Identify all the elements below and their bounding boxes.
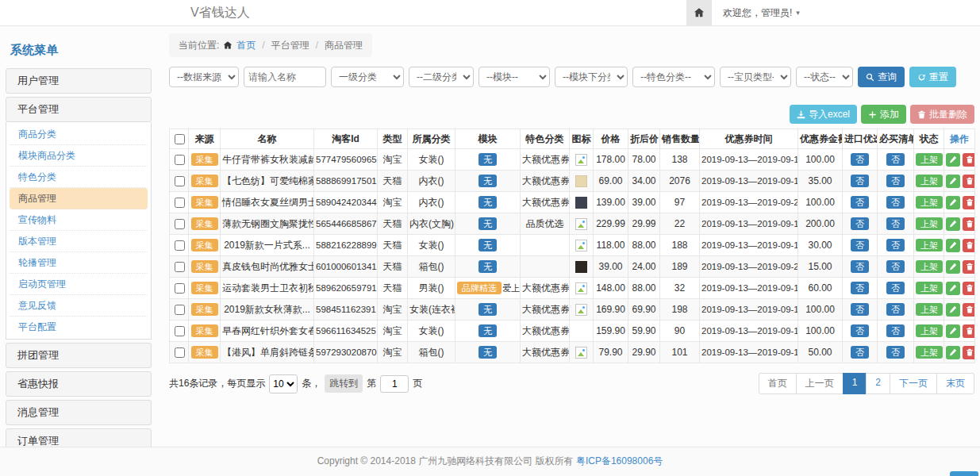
must-buy-toggle[interactable]: 否	[886, 239, 905, 252]
sidebar-item[interactable]: 宣传物料	[10, 209, 148, 231]
sidebar-item[interactable]: 意见反馈	[10, 295, 148, 317]
reset-button[interactable]: 重置	[909, 67, 956, 87]
home-button[interactable]	[686, 0, 712, 25]
sidebar-item[interactable]: 平台配置	[10, 317, 148, 337]
edit-button[interactable]	[946, 175, 960, 188]
row-checkbox[interactable]	[175, 283, 185, 294]
level2-category-select[interactable]: --二级分类--	[409, 67, 474, 87]
add-button[interactable]: 添加	[861, 105, 906, 124]
search-button[interactable]: 查询	[858, 67, 905, 87]
status-badge[interactable]: 上架	[916, 153, 943, 167]
pager-button[interactable]: 下一页	[890, 373, 937, 394]
import-select-toggle[interactable]: 否	[851, 346, 869, 359]
delete-button[interactable]	[963, 217, 975, 231]
import-select-toggle[interactable]: 否	[851, 324, 869, 338]
row-checkbox[interactable]	[175, 240, 185, 251]
sidebar-item[interactable]: 商品管理	[10, 188, 148, 209]
delete-button[interactable]	[963, 196, 975, 209]
data-source-select[interactable]: --数据来源--	[169, 67, 239, 87]
import-select-toggle[interactable]: 否	[851, 303, 869, 317]
level1-category-select[interactable]: 一级分类	[331, 67, 404, 87]
edit-button[interactable]	[946, 282, 960, 295]
delete-button[interactable]	[963, 260, 975, 274]
must-buy-toggle[interactable]: 否	[886, 153, 905, 167]
delete-button[interactable]	[963, 175, 975, 188]
sidebar-section-header[interactable]: 拼团管理	[6, 343, 152, 368]
sidebar-item[interactable]: 特色分类	[10, 167, 148, 188]
delete-button[interactable]	[963, 153, 975, 167]
jump-button[interactable]: 跳转到	[325, 374, 363, 393]
feature-category-select[interactable]: --特色分类--	[632, 67, 715, 87]
must-buy-toggle[interactable]: 否	[886, 303, 905, 317]
must-buy-toggle[interactable]: 否	[886, 324, 905, 338]
name-search-input[interactable]	[244, 67, 326, 87]
page-number-input[interactable]	[380, 375, 409, 393]
sidebar-item[interactable]: 轮播管理	[10, 252, 148, 274]
edit-button[interactable]	[946, 324, 960, 338]
sidebar-item[interactable]: 模块商品分类	[10, 145, 148, 167]
user-menu[interactable]: 欢迎您，管理员! ▾	[723, 6, 800, 20]
row-checkbox[interactable]	[175, 198, 185, 208]
must-buy-toggle[interactable]: 否	[886, 175, 905, 188]
module-subcategory-select[interactable]: --模块下分类--	[555, 67, 628, 87]
pager-button[interactable]: 1	[843, 373, 867, 394]
sidebar-section-header[interactable]: 省惠快报	[6, 371, 152, 397]
item-type-select[interactable]: --宝贝类型--	[720, 67, 791, 87]
row-checkbox[interactable]	[175, 219, 185, 229]
status-badge[interactable]: 上架	[916, 303, 943, 317]
row-checkbox[interactable]	[175, 347, 185, 358]
must-buy-toggle[interactable]: 否	[886, 346, 905, 359]
import-select-toggle[interactable]: 否	[851, 175, 869, 188]
row-checkbox[interactable]	[175, 155, 185, 165]
sidebar-section-header[interactable]: 平台管理	[6, 97, 152, 122]
status-badge[interactable]: 上架	[916, 260, 943, 274]
import-select-toggle[interactable]: 否	[851, 282, 869, 295]
edit-button[interactable]	[946, 303, 960, 317]
batch-delete-button[interactable]: 批量删除	[910, 105, 974, 124]
status-badge[interactable]: 上架	[916, 324, 943, 338]
pager-button[interactable]: 首页	[759, 373, 797, 394]
delete-button[interactable]	[963, 346, 975, 359]
per-page-select[interactable]: 10	[269, 374, 298, 393]
back-to-top-widget[interactable]	[950, 471, 978, 476]
sidebar-item[interactable]: 版本管理	[10, 231, 148, 252]
edit-button[interactable]	[946, 196, 960, 209]
delete-button[interactable]	[963, 239, 975, 252]
pager-button[interactable]: 末页	[936, 373, 974, 394]
status-badge[interactable]: 上架	[916, 282, 943, 295]
import-select-toggle[interactable]: 否	[851, 196, 869, 209]
breadcrumb-home-link[interactable]: 首页	[236, 39, 256, 52]
must-buy-toggle[interactable]: 否	[886, 260, 905, 274]
edit-button[interactable]	[946, 153, 960, 167]
status-badge[interactable]: 上架	[916, 196, 943, 209]
import-select-toggle[interactable]: 否	[851, 239, 869, 252]
edit-button[interactable]	[946, 346, 960, 359]
row-checkbox[interactable]	[175, 305, 185, 315]
pager-button[interactable]: 2	[866, 373, 890, 394]
import-select-toggle[interactable]: 否	[851, 153, 869, 167]
status-badge[interactable]: 上架	[916, 239, 943, 252]
row-checkbox[interactable]	[175, 176, 185, 186]
import-select-toggle[interactable]: 否	[851, 260, 869, 274]
sidebar-item[interactable]: 启动页管理	[10, 274, 148, 295]
import-select-toggle[interactable]: 否	[851, 217, 869, 231]
sidebar-item[interactable]: 商品分类	[10, 124, 148, 145]
select-all-checkbox[interactable]	[175, 134, 185, 144]
status-badge[interactable]: 上架	[916, 175, 943, 188]
must-buy-toggle[interactable]: 否	[886, 196, 905, 209]
sidebar-section-header[interactable]: 消息管理	[6, 400, 152, 425]
edit-button[interactable]	[946, 239, 960, 252]
row-checkbox[interactable]	[175, 326, 185, 336]
delete-button[interactable]	[963, 303, 975, 317]
status-select[interactable]: --状态--	[796, 67, 853, 87]
row-checkbox[interactable]	[175, 262, 185, 272]
edit-button[interactable]	[946, 260, 960, 274]
must-buy-toggle[interactable]: 否	[886, 282, 905, 295]
import-excel-button[interactable]: 导入excel	[790, 105, 857, 124]
must-buy-toggle[interactable]: 否	[886, 217, 905, 231]
status-badge[interactable]: 上架	[916, 217, 943, 231]
sidebar-section-header[interactable]: 用户管理	[6, 68, 152, 94]
status-badge[interactable]: 上架	[916, 346, 943, 359]
delete-button[interactable]	[963, 324, 975, 338]
icp-link[interactable]: 粤ICP备16098006号	[576, 455, 663, 466]
